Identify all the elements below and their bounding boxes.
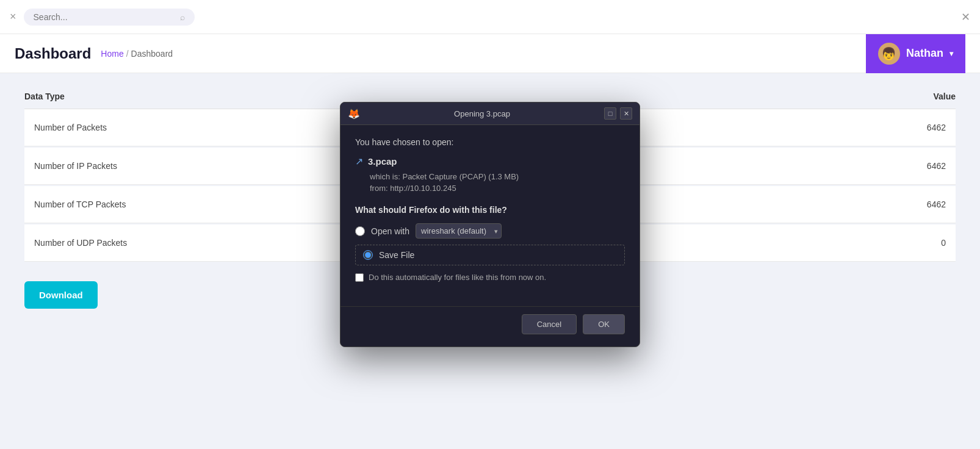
modal-body: You have chosen to open: ↗ 3.pcap which … (340, 125, 640, 306)
open-with-row: Open with wireshark (default) (355, 223, 625, 239)
modal-footer: Cancel OK (340, 306, 640, 347)
auto-checkbox-label: Do this automatically for files like thi… (369, 273, 546, 282)
auto-checkbox[interactable] (355, 273, 364, 282)
modal-close-button[interactable]: ✕ (620, 107, 632, 120)
file-from: from: http://10.10.10.245 (355, 184, 625, 193)
modal-intro: You have chosen to open: (355, 137, 625, 147)
save-file-radio[interactable] (363, 250, 373, 260)
firefox-dialog: 🦊 Opening 3.pcap □ ✕ You have chosen to … (340, 102, 640, 347)
ok-button[interactable]: OK (583, 314, 625, 334)
file-link-icon: ↗ (355, 156, 363, 167)
open-with-label: Open with (371, 226, 409, 236)
modal-overlay: 🦊 Opening 3.pcap □ ✕ You have chosen to … (0, 0, 980, 449)
modal-titlebar: 🦊 Opening 3.pcap □ ✕ (340, 102, 640, 125)
modal-controls: □ ✕ (604, 107, 632, 120)
auto-checkbox-row: Do this automatically for files like thi… (355, 273, 625, 282)
save-file-label: Save File (379, 250, 414, 260)
file-name: 3.pcap (368, 156, 397, 167)
firefox-icon: 🦊 (348, 108, 360, 120)
file-row: ↗ 3.pcap (355, 156, 625, 167)
open-with-radio[interactable] (355, 226, 365, 236)
open-with-select[interactable]: wireshark (default) (416, 223, 502, 239)
modal-maximize-button[interactable]: □ (604, 107, 616, 120)
modal-title: Opening 3.pcap (360, 109, 604, 118)
action-label: What should Firefox do with this file? (355, 205, 625, 215)
app-select-wrapper: wireshark (default) (416, 223, 502, 239)
file-which-is: which is: Packet Capture (PCAP) (1.3 MB) (355, 172, 625, 181)
save-file-row: Save File (355, 245, 625, 265)
cancel-button[interactable]: Cancel (522, 314, 577, 334)
